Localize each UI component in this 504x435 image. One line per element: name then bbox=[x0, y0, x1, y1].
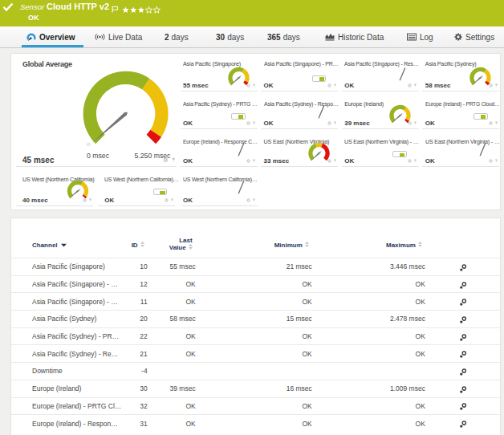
tab-historic-data[interactable]: Historic Data bbox=[325, 26, 384, 47]
toggle-indicator bbox=[231, 113, 246, 120]
priority-stars[interactable] bbox=[122, 3, 162, 18]
gauge-title: Asia Pacific (Sydney) - PRTG … bbox=[183, 100, 257, 108]
cell-min: OK bbox=[196, 345, 312, 363]
tab-label: days bbox=[172, 33, 189, 42]
pin-icon[interactable] bbox=[333, 76, 337, 91]
sensor-status-text: OK bbox=[28, 14, 39, 22]
gauge-tile[interactable]: Asia Pacific (Singapore)55 msec bbox=[181, 53, 258, 91]
gear-icon[interactable] bbox=[246, 76, 250, 91]
gear-icon[interactable] bbox=[246, 152, 250, 166]
pin-icon[interactable] bbox=[413, 114, 417, 128]
gauge-tile[interactable]: Asia Pacific (Singapore) - Res…OK bbox=[342, 53, 419, 91]
gear-icon[interactable] bbox=[83, 191, 87, 205]
pin-icon[interactable] bbox=[413, 152, 417, 166]
gear-icon[interactable] bbox=[327, 114, 331, 128]
star-icon[interactable] bbox=[122, 6, 128, 13]
tab-2-days[interactable]: 2days bbox=[165, 26, 189, 47]
pin-icon[interactable] bbox=[252, 152, 256, 166]
cell-id: 21 bbox=[127, 345, 148, 363]
gauge-tile[interactable]: US West (Northern California)…OK bbox=[98, 166, 175, 205]
gauge-tile[interactable]: Asia Pacific (Sydney)58 msec bbox=[422, 53, 499, 91]
channel-settings-icon[interactable] bbox=[457, 388, 467, 396]
star-icon[interactable] bbox=[146, 6, 152, 13]
tab-live-data[interactable]: Live Data bbox=[95, 26, 142, 47]
star-icon[interactable] bbox=[138, 6, 144, 13]
pin-icon[interactable] bbox=[494, 114, 498, 128]
pin-icon[interactable] bbox=[333, 152, 337, 166]
cell-min: 21 msec bbox=[196, 258, 312, 276]
cell-last: OK bbox=[148, 345, 196, 363]
pin-icon[interactable] bbox=[170, 191, 174, 205]
table-row: Europe (Ireland) - Respon…31OKOKOK bbox=[11, 415, 500, 433]
gauge-tile[interactable]: Asia Pacific (Sydney) - Respo…OK bbox=[261, 91, 338, 129]
tab-log[interactable]: Log bbox=[407, 26, 433, 47]
gear-icon[interactable] bbox=[489, 114, 493, 128]
star-icon[interactable] bbox=[153, 6, 160, 13]
channel-settings-icon[interactable] bbox=[457, 422, 467, 430]
gauge-tile[interactable]: US East (Northern Virginia)33 msec bbox=[261, 128, 338, 166]
pin-icon[interactable] bbox=[494, 76, 498, 91]
table-row: Asia Pacific (Sydney) - Re…21OKOKOK bbox=[11, 345, 500, 363]
channel-settings-icon[interactable] bbox=[457, 335, 467, 344]
gear-icon[interactable] bbox=[408, 76, 412, 91]
gauge-tile[interactable]: Europe (Ireland) - PRTG Cloud…OK bbox=[422, 91, 499, 129]
tab-settings[interactable]: Settings bbox=[454, 26, 494, 47]
channel-settings-icon[interactable] bbox=[457, 318, 467, 326]
gauge-tile[interactable]: Europe (Ireland) - Response C…OK bbox=[181, 128, 258, 166]
column-header-id[interactable]: ID bbox=[127, 218, 148, 258]
gear-icon[interactable] bbox=[489, 76, 493, 91]
pin-icon[interactable] bbox=[88, 191, 92, 205]
sensor-kind-label: Sensor bbox=[20, 2, 44, 12]
channel-settings-icon[interactable] bbox=[457, 352, 467, 360]
column-header-label: Maximum bbox=[386, 242, 416, 249]
pin-icon[interactable] bbox=[252, 76, 256, 91]
channel-settings-icon[interactable] bbox=[457, 405, 467, 413]
column-header-min[interactable]: Minimum bbox=[196, 218, 312, 258]
gauge-tile[interactable]: Asia Pacific (Sydney) - PRTG …OK bbox=[181, 91, 258, 129]
gauge-value: 55 msec bbox=[183, 82, 209, 89]
gauge-tile[interactable]: US East (Northern Virginia) - …OK bbox=[422, 128, 499, 166]
tab-365-days[interactable]: 365days bbox=[267, 26, 300, 47]
flag-icon[interactable] bbox=[112, 2, 119, 16]
gauge-tile[interactable]: Europe (Ireland)39 msec bbox=[342, 91, 419, 129]
column-header-last[interactable]: LastValue bbox=[148, 218, 196, 258]
channel-settings-icon[interactable] bbox=[457, 266, 467, 274]
gear-icon[interactable] bbox=[246, 191, 250, 205]
table-row: Europe (Ireland)3039 msec16 msec1.009 ms… bbox=[11, 380, 500, 397]
cell-max: OK bbox=[312, 293, 425, 311]
gear-icon[interactable] bbox=[408, 114, 412, 128]
channel-settings-icon[interactable] bbox=[457, 370, 467, 378]
pin-icon[interactable] bbox=[494, 152, 498, 166]
gauge-tile[interactable]: US West (Northern California)…OK bbox=[181, 166, 258, 205]
column-header-max[interactable]: Maximum bbox=[312, 218, 425, 258]
gauge-value: OK bbox=[425, 157, 435, 165]
gauge-tile[interactable]: US West (Northern California)40 msec bbox=[16, 166, 93, 205]
cell-id: 11 bbox=[127, 293, 148, 311]
channel-table: ChannelIDLastValueMinimumMaximum Asia Pa… bbox=[11, 218, 500, 432]
gear-icon[interactable] bbox=[165, 191, 169, 205]
cell-id: 12 bbox=[127, 275, 148, 293]
gear-icon[interactable] bbox=[246, 114, 250, 128]
gear-icon[interactable] bbox=[163, 152, 169, 166]
cell-min: 15 msec bbox=[196, 311, 312, 328]
channel-settings-icon[interactable] bbox=[457, 283, 467, 291]
channel-settings-icon[interactable] bbox=[457, 300, 467, 308]
pin-icon[interactable] bbox=[413, 76, 417, 91]
gauge-tile[interactable]: US East (Northern Virginia) - …OK bbox=[342, 128, 419, 166]
sensor-title: Cloud HTTP v2 bbox=[47, 2, 109, 12]
tab-30-days[interactable]: 30days bbox=[216, 26, 244, 47]
pin-icon[interactable] bbox=[252, 191, 256, 205]
gear-icon[interactable] bbox=[408, 152, 412, 166]
gear-icon[interactable] bbox=[489, 152, 493, 166]
gear-icon[interactable] bbox=[327, 76, 331, 91]
pin-icon[interactable] bbox=[252, 114, 256, 128]
column-header-channel[interactable]: Channel bbox=[11, 218, 127, 258]
gauge-tile-global-average[interactable]: Global AverageR0 msec5.250 msec45 msec bbox=[16, 53, 177, 167]
gauge-tile[interactable]: Asia Pacific (Singapore) - PR…OK bbox=[261, 53, 338, 91]
pin-icon[interactable] bbox=[171, 152, 177, 166]
star-icon[interactable] bbox=[130, 6, 136, 13]
pin-icon[interactable] bbox=[333, 114, 337, 128]
column-header-label: Value bbox=[169, 244, 186, 251]
gear-icon[interactable] bbox=[327, 152, 331, 166]
cell-min: OK bbox=[196, 327, 312, 345]
